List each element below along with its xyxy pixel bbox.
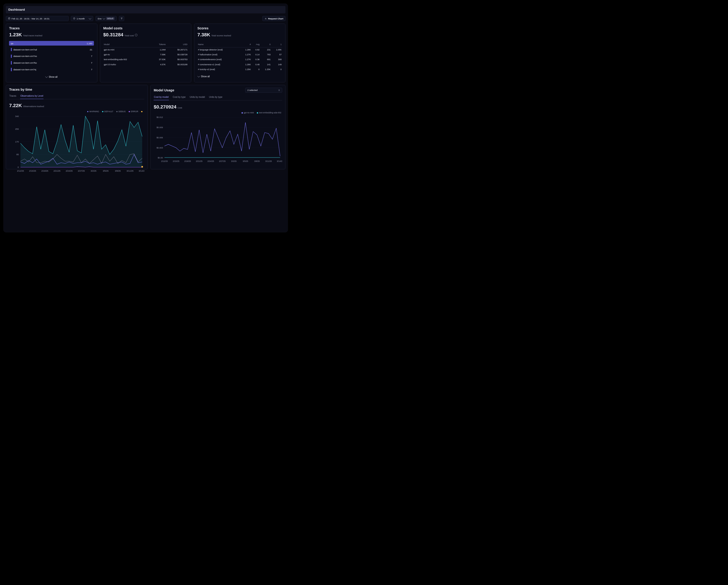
- score-one: 57: [271, 52, 282, 57]
- date-range-text: Feb 12, 25 : 16:31 - Mar 14, 25 : 16:31: [11, 17, 50, 20]
- svg-text:3/14/25: 3/14/25: [139, 170, 145, 172]
- trace-row[interactable]: dataset-run-item-cm7ko7: [9, 60, 94, 66]
- table-row[interactable]: # language-detector (eval)1.28K0.822311.…: [197, 47, 282, 52]
- trace-row[interactable]: dataset-run-item-cm7ud21: [9, 47, 94, 52]
- model-usage-selector[interactable]: 2 selected: [245, 88, 282, 93]
- col-avg: Avg: [252, 42, 260, 47]
- scores-title: Scores: [197, 26, 282, 30]
- svg-text:85: 85: [17, 153, 19, 156]
- score-name: # toxicity-v2 (eval): [197, 67, 240, 72]
- scores-show-all[interactable]: Show all: [197, 74, 282, 79]
- score-avg: 0.48: [252, 62, 260, 67]
- legend-item: ERROR: [129, 110, 138, 113]
- score-zero: 231: [260, 47, 271, 52]
- table-row[interactable]: # toxicity-v2 (eval)1.25K01.25K0: [197, 67, 282, 72]
- observations-sub: Observations tracked: [23, 105, 44, 108]
- score-n: 1.26K: [240, 62, 252, 67]
- usd: $0.003188: [166, 62, 188, 67]
- request-chart-label: Request Chart: [268, 17, 283, 20]
- legend-dot-icon: [141, 111, 142, 112]
- svg-text:3/2/25: 3/2/25: [231, 160, 237, 163]
- score-one: 0: [271, 67, 282, 72]
- tab-observations-by-level[interactable]: Observations by Level: [20, 94, 44, 99]
- legend-dot-icon: [102, 111, 103, 112]
- svg-text:2/27/25: 2/27/25: [219, 160, 226, 163]
- env-select[interactable]: Env default: [96, 16, 117, 21]
- legend-dot-icon: [241, 112, 243, 113]
- svg-text:3/8/25: 3/8/25: [115, 170, 121, 172]
- table-row[interactable]: gpt-3.5-turbo4.57K$0.003188: [103, 62, 188, 67]
- trace-row[interactable]: dataset-run-item-cm7no7: [9, 53, 94, 59]
- legend-dot-icon: [116, 111, 118, 112]
- score-zero: 1.25K: [260, 67, 271, 72]
- trace-row[interactable]: qa1,180: [9, 41, 94, 46]
- usd: $0.038728: [166, 52, 188, 57]
- score-name: # contextrelevance (eval): [197, 57, 240, 62]
- score-zero: 141: [260, 62, 271, 67]
- tab-cost-by-type[interactable]: Cost by type: [173, 95, 186, 100]
- traces-title: Traces: [9, 26, 94, 30]
- model-usage-title: Model Usage: [154, 88, 243, 92]
- svg-text:$0.009: $0.009: [157, 127, 163, 129]
- model-name: gpt-4o-mini: [103, 47, 151, 52]
- score-name: # hallucination (eval): [197, 52, 240, 57]
- trace-name: dataset-run-item-cm7ud: [14, 48, 37, 51]
- calendar-icon: [8, 17, 10, 20]
- legend-item: DEFAULT: [102, 110, 113, 113]
- tab-units-by-type[interactable]: Units by type: [209, 95, 223, 100]
- env-badge: default: [106, 17, 114, 20]
- trace-count: 21: [90, 48, 92, 51]
- svg-text:3/11/25: 3/11/25: [127, 170, 133, 172]
- observations-value: 7.22K: [9, 103, 22, 108]
- svg-text:2/27/25: 2/27/25: [78, 170, 85, 172]
- info-icon[interactable]: [135, 34, 137, 36]
- traces-by-time-title: Traces by time: [9, 88, 145, 91]
- show-all-label: Show all: [49, 76, 58, 78]
- tab-traces[interactable]: Traces: [9, 94, 17, 99]
- col-one: 1: [271, 42, 282, 47]
- svg-text:3/5/25: 3/5/25: [103, 170, 109, 172]
- traces-by-time-card: Traces by time TracesObservations by Lev…: [6, 85, 148, 169]
- legend-item: text-embedding-ada-002: [257, 111, 281, 114]
- period-label: 1 month: [77, 17, 85, 20]
- col-tokens: Tokens: [151, 42, 166, 47]
- trace-name: dataset-run-item-cm7no: [14, 55, 37, 57]
- tab-cost-by-model[interactable]: Cost by model: [154, 95, 169, 100]
- model-usage-chart[interactable]: $0.00$0.003$0.006$0.009$0.0122/12/252/15…: [154, 116, 282, 161]
- request-chart-button[interactable]: Request Chart: [262, 16, 285, 21]
- svg-point-12: [141, 166, 143, 167]
- usd: $0.003753: [166, 57, 188, 62]
- period-select[interactable]: 1 month: [71, 16, 93, 21]
- traces-show-all[interactable]: Show all: [9, 74, 94, 80]
- table-row[interactable]: # hallucination (eval)1.27K0.1478357: [197, 52, 282, 57]
- score-n: 1.28K: [240, 47, 252, 52]
- usd: $0.267171: [166, 47, 188, 52]
- svg-text:$0.006: $0.006: [157, 136, 163, 139]
- table-row[interactable]: # conciseness-v1 (eval)1.26K0.48141149: [197, 62, 282, 67]
- svg-text:$0.003: $0.003: [157, 147, 163, 149]
- trace-count: 1,180: [87, 42, 92, 45]
- svg-text:2/24/25: 2/24/25: [208, 160, 214, 163]
- bar-chart-icon: [265, 17, 267, 20]
- tab-units-by-model[interactable]: Units by model: [189, 95, 205, 100]
- svg-rect-0: [8, 18, 10, 19]
- selector-value: 2 selected: [248, 89, 258, 91]
- table-row[interactable]: gpt-4o7.58K$0.038728: [103, 52, 188, 57]
- svg-text:3/11/25: 3/11/25: [265, 160, 272, 163]
- table-row[interactable]: # contextrelevance (eval)1.27K0.36691308: [197, 57, 282, 62]
- chevron-down-icon: [89, 17, 92, 20]
- table-row[interactable]: gpt-4o-mini1.24M$0.267171: [103, 47, 188, 52]
- score-one: 149: [271, 62, 282, 67]
- funnel-icon: [121, 17, 123, 20]
- scores-sub: Total scores tracked: [211, 34, 231, 37]
- legend-item: WARNING: [87, 110, 99, 113]
- svg-text:2/18/25: 2/18/25: [42, 170, 48, 172]
- svg-text:3/2/25: 3/2/25: [91, 170, 97, 172]
- filter-button[interactable]: [119, 16, 124, 21]
- traces-time-chart[interactable]: 0851702553402/12/252/15/252/18/252/21/25…: [9, 115, 145, 167]
- table-row[interactable]: text-embedding-ada-00237.53K$0.003753: [103, 57, 188, 62]
- date-range-picker[interactable]: Feb 12, 25 : 16:31 - Mar 14, 25 : 16:31: [6, 16, 69, 21]
- model-usage-tabs: Cost by modelCost by typeUnits by modelU…: [154, 95, 282, 100]
- model-usage-value: $0.270924: [154, 104, 176, 110]
- trace-row[interactable]: dataset-run-item-cm7nj7: [9, 67, 94, 72]
